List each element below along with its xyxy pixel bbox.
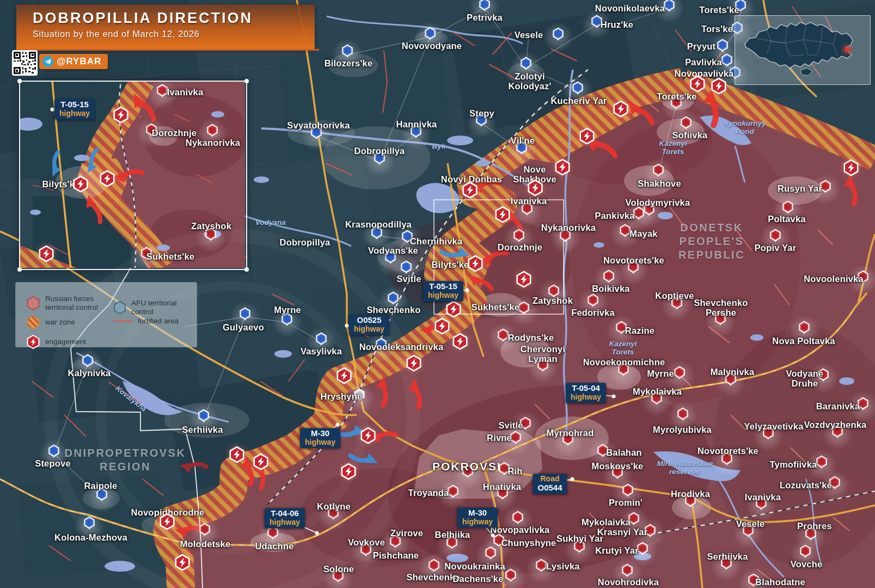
legend-label: fortified area bbox=[138, 317, 179, 326]
legend: Russian forces territorial control AFU t… bbox=[15, 282, 197, 347]
crimea-outline bbox=[800, 68, 812, 76]
map-title: DOBROPILLIA DIRECTION bbox=[33, 10, 315, 27]
banner-underline bbox=[16, 49, 319, 51]
qr-code bbox=[12, 50, 38, 76]
situation-map: PetrivkaNovonikolaevkaHruz'keTorets'keTo… bbox=[0, 0, 875, 588]
ukraine-minimap bbox=[735, 15, 871, 85]
legend-label: Russian forces territorial control bbox=[45, 295, 98, 311]
telegram-icon bbox=[42, 56, 53, 67]
legend-label: AFU territorial control bbox=[131, 299, 197, 316]
title-banner: DOBROPILLIA DIRECTION Situation by the e… bbox=[16, 4, 315, 49]
legend-item-engagement: engagement bbox=[26, 334, 86, 350]
legend-item-fortified: fortified area bbox=[113, 317, 179, 326]
inset-map bbox=[14, 81, 248, 272]
fortified-area-icon bbox=[113, 318, 133, 324]
legend-item-russian: Russian forces territorial control bbox=[26, 295, 98, 311]
afu-control-icon bbox=[113, 301, 127, 315]
legend-item-afu: AFU territorial control bbox=[113, 299, 197, 316]
conflict-area-dot bbox=[845, 47, 849, 52]
rybar-badge: @RYBAR bbox=[39, 54, 108, 69]
map-subtitle: Situation by the end of March 12, 2026 bbox=[33, 29, 315, 39]
war-zone-icon bbox=[26, 315, 41, 329]
legend-item-warzone: war zone bbox=[26, 315, 75, 329]
russian-control-icon bbox=[26, 296, 41, 310]
legend-label: engagement bbox=[45, 338, 86, 346]
legend-label: war zone bbox=[45, 318, 75, 327]
rybar-handle: @RYBAR bbox=[57, 56, 101, 67]
engagement-icon bbox=[26, 334, 41, 350]
ukraine-outline bbox=[745, 22, 853, 68]
